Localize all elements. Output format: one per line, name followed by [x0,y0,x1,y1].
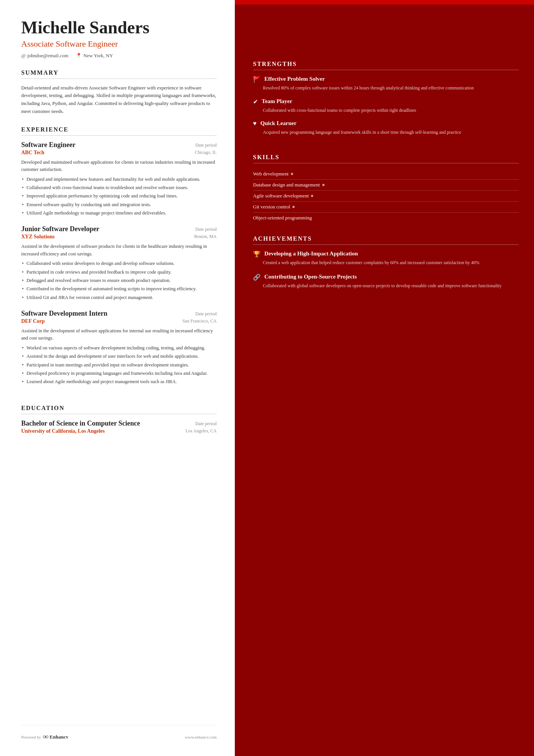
achievements-section: ACHIEVEMENTS 🏆 Developing a High-Impact … [253,235,519,296]
experience-title: EXPERIENCE [21,126,217,133]
location-text: New York, NY [83,53,113,59]
strength-header: ✔ Team Player [253,98,519,105]
powered-by-text: Powered by [21,735,41,739]
strength-desc: Acquired new programming language and fr… [253,129,519,136]
exp-bullets: Worked on various aspects of software de… [21,344,217,386]
strength-item-0: 🚩 Effective Problem Solver Resolved 80% … [253,75,519,92]
bullet-item: Utilized Git and JIRA for version contro… [21,294,217,301]
summary-section: SUMMARY Detail-oriented and results-driv… [21,69,217,116]
strengths-section: STRENGTHS 🚩 Effective Problem Solver Res… [253,61,519,142]
achievement-header: 🔗 Contributing to Open-Source Projects [253,273,519,281]
skills-section: SKILLS Web developmentDatabase design an… [253,154,519,223]
strength-title: Effective Problem Solver [264,75,325,83]
bullet-item: Assisted in the design and development o… [21,353,217,360]
achievement-title: Developing a High-Impact Application [264,250,358,258]
skill-name: Database design and management [253,182,320,188]
skill-item-0: Web development [253,169,519,180]
bullet-item: Collaborated with senior developers to d… [21,260,217,267]
footer-url: www.enhancv.com [185,735,217,739]
education-section: EDUCATION Bachelor of Science in Compute… [21,405,217,440]
footer-left: Powered by ∞ Enhancv [21,733,68,741]
achievement-item-1: 🔗 Contributing to Open-Source Projects C… [253,273,519,290]
exp-company: ABC Tech [21,150,44,156]
left-column: Michelle Sanders Associate Software Engi… [0,0,235,756]
candidate-name: Michelle Sanders [21,18,217,38]
strength-icon: ✔ [253,98,258,105]
exp-location: San Francisco, CA [183,318,217,324]
achievements-list: 🏆 Developing a High-Impact Application C… [253,250,519,289]
skill-item-4: Object-oriented programming [253,213,519,223]
strength-item-2: ♥ Quick Learner Acquired new programming… [253,120,519,136]
infinity-icon: ∞ [43,733,48,741]
education-item-0: Bachelor of Science in Computer Science … [21,419,217,434]
strength-icon: 🚩 [253,76,261,83]
edu-school-row: University of California, Los Angeles Lo… [21,428,217,434]
location-contact: 📍 New York, NY [76,53,113,59]
exp-description: Developed and maintained software applic… [21,159,217,174]
bullet-item: Designed and implemented new features an… [21,176,217,183]
bullet-item: Debugged and resolved software issues to… [21,277,217,284]
exp-bullets: Collaborated with senior developers to d… [21,260,217,301]
header: Michelle Sanders Associate Software Engi… [21,18,217,59]
exp-company-row: XYZ Solutions Boston, MA [21,234,217,240]
education-list: Bachelor of Science in Computer Science … [21,419,217,434]
edu-location: Los Angeles, CA [186,428,217,434]
achievement-icon: 🏆 [253,250,261,258]
experience-section: EXPERIENCE Software Engineer Date period… [21,126,217,394]
education-title: EDUCATION [21,405,217,412]
skill-item-1: Database design and management [253,180,519,191]
experience-item-1: Junior Software Developer Date period XY… [21,225,217,301]
achievement-item-0: 🏆 Developing a High-Impact Application C… [253,250,519,266]
exp-company-row: DEF Corp San Francisco, CA [21,318,217,324]
achievement-icon: 🔗 [253,274,261,281]
strength-desc: Resolved 80% of complex software issues … [253,85,519,92]
achievement-desc: Collaborated with global software develo… [253,282,519,290]
bullet-item: Learned about Agile methodology and proj… [21,378,217,385]
edu-date: Date period [195,421,217,427]
brand-name: Enhancv [50,734,68,740]
strength-title: Team Player [262,98,292,105]
exp-role: Software Development Intern [21,310,108,318]
email-icon: @ [21,53,26,59]
strength-icon: ♥ [253,120,257,127]
bullet-item: Participated in code reviews and provide… [21,269,217,276]
bullet-item: Utilized Agile methodology to manage pro… [21,210,217,217]
exp-bullets: Designed and implemented new features an… [21,176,217,217]
summary-divider [21,78,217,79]
exp-company: DEF Corp [21,318,45,324]
achievement-title: Contributing to Open-Source Projects [264,273,357,281]
exp-company: XYZ Solutions [21,234,55,240]
strength-item-1: ✔ Team Player Collaborated with cross-fu… [253,98,519,114]
exp-description: Assisted in the development of software … [21,327,217,342]
exp-description: Assisted in the development of software … [21,243,217,258]
candidate-title: Associate Software Engineer [21,39,217,49]
right-column: STRENGTHS 🚩 Effective Problem Solver Res… [235,0,534,756]
strength-desc: Collaborated with cross-functional teams… [253,107,519,114]
bullet-item: Ensured software quality by conducting u… [21,201,217,208]
skill-name: Agile software development [253,193,309,199]
strength-header: ♥ Quick Learner [253,120,519,127]
footer: Powered by ∞ Enhancv www.enhancv.com [21,725,217,741]
strength-title: Quick Learner [261,120,297,127]
exp-role: Junior Software Developer [21,225,99,233]
edu-header: Bachelor of Science in Computer Science … [21,419,217,427]
achievements-title: ACHIEVEMENTS [253,235,519,242]
resume-page: Michelle Sanders Associate Software Engi… [0,0,534,756]
skill-name: Object-oriented programming [253,215,312,221]
strengths-divider [253,70,519,70]
skill-name: Git version control [253,204,290,210]
achievements-divider [253,244,519,245]
strengths-list: 🚩 Effective Problem Solver Resolved 80% … [253,75,519,136]
email-text: johndoe@email.com [27,53,68,59]
strengths-title: STRENGTHS [253,61,519,67]
skill-item-2: Agile software development [253,191,519,202]
exp-header: Software Development Intern Date period [21,310,217,318]
exp-location: Chicago, IL [195,150,217,156]
skill-dot [322,184,325,186]
contact-info: @ johndoe@email.com 📍 New York, NY [21,53,217,59]
summary-title: SUMMARY [21,69,217,76]
bullet-item: Improved application performance by opti… [21,193,217,200]
edu-school: University of California, Los Angeles [21,428,105,434]
skill-name: Web development [253,171,289,177]
exp-date: Date period [195,227,217,232]
